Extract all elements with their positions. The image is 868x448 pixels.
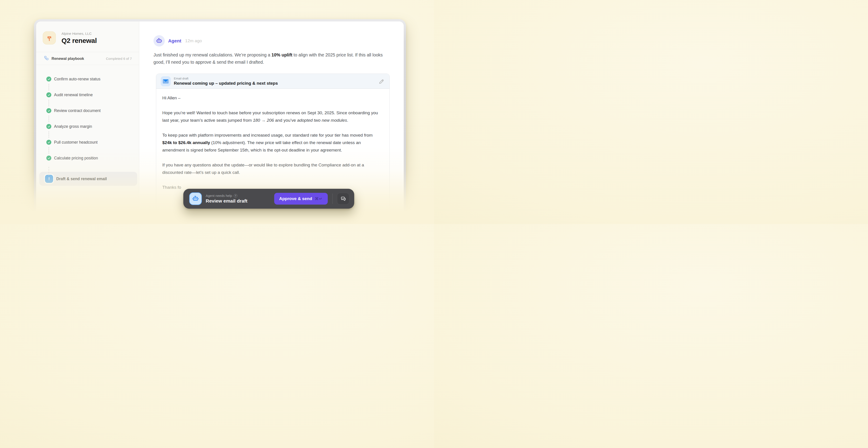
task-label: Audit renewal timeline: [54, 93, 93, 97]
agent-avatar: [153, 35, 165, 46]
message-timestamp: 12m ago: [185, 38, 202, 43]
bar-divider: [332, 194, 333, 204]
agent-message-text: Just finished up my renewal calculations…: [153, 51, 393, 66]
workflow-icon: [44, 56, 49, 61]
email-paragraph: If you have any questions about the upda…: [162, 161, 383, 176]
check-circle-icon: [46, 140, 51, 145]
playbook-header[interactable]: Renewal playbook Completed 6 of 7: [36, 52, 139, 65]
open-chat-button[interactable]: [337, 193, 349, 205]
playbook-progress: Completed 6 of 7: [106, 57, 132, 61]
check-circle-icon: [46, 76, 51, 81]
alert-icon: !: [45, 175, 53, 183]
task-item[interactable]: Analyze gross margin: [36, 118, 139, 134]
email-paragraph: To keep pace with platform improvements …: [162, 131, 383, 154]
email-subject: Renewal coming up – updated pricing & ne…: [174, 81, 278, 86]
sidebar: Alpine Homes, LLC Q2 renewal Renewal pla…: [36, 22, 139, 224]
task-item-active[interactable]: !Draft & send renewal email: [39, 172, 137, 186]
robot-icon: [189, 193, 202, 205]
approve-send-label: Approve & send: [279, 196, 312, 201]
task-item[interactable]: Audit renewal timeline: [36, 87, 139, 103]
task-label: Pull customer headcount: [54, 140, 98, 145]
pencil-icon: [378, 78, 384, 84]
agent-name: Agent: [168, 38, 181, 43]
desktop-background: Alpine Homes, LLC Q2 renewal Renewal pla…: [0, 0, 434, 224]
check-circle-icon: [46, 156, 51, 161]
task-label: Confirm auto-renew status: [54, 77, 100, 81]
workspace-titles: Alpine Homes, LLC Q2 renewal: [61, 32, 97, 44]
playbook-label: Renewal playbook: [52, 57, 84, 61]
edit-draft-button[interactable]: [377, 77, 385, 85]
action-title: Review email draft: [206, 198, 247, 204]
task-list: Confirm auto-renew statusAudit renewal t…: [36, 65, 139, 186]
keyboard-shortcut: ⌘↵: [315, 197, 323, 201]
help-circle-icon[interactable]: ?: [234, 194, 237, 198]
task-item[interactable]: Review contract document: [36, 103, 139, 118]
action-bar-texts: Agent needs help ? Review email draft: [206, 194, 247, 204]
email-paragraph: Hope you’re well! Wanted to touch base b…: [162, 109, 383, 124]
email-kind-label: Email draft: [174, 77, 278, 80]
agent-status: Agent needs help ?: [206, 194, 247, 198]
check-circle-icon: [46, 92, 51, 97]
email-paragraph: Hi Allen –: [162, 94, 383, 102]
task-item[interactable]: Confirm auto-renew status: [36, 71, 139, 87]
task-label: Review contract document: [54, 108, 101, 113]
agent-action-bar: Agent needs help ? Review email draft Ap…: [183, 189, 354, 209]
workspace-header: Alpine Homes, LLC Q2 renewal: [36, 22, 139, 52]
task-label: Analyze gross margin: [54, 124, 92, 129]
task-label: Draft & send renewal email: [56, 177, 107, 181]
task-label: Calculate pricing position: [54, 156, 98, 161]
task-item[interactable]: Pull customer headcount: [36, 134, 139, 150]
split-arrow-icon: [43, 31, 56, 44]
chat-bubbles-icon: [340, 196, 346, 202]
agent-status-label: Agent needs help: [206, 194, 232, 198]
task-item[interactable]: Calculate pricing position: [36, 150, 139, 166]
page-title: Q2 renewal: [61, 37, 97, 44]
check-circle-icon: [46, 108, 51, 113]
approve-send-button[interactable]: Approve & send ⌘↵: [274, 193, 328, 205]
agent-message-header: Agent 12m ago: [153, 35, 393, 46]
robot-icon: [156, 37, 162, 44]
check-circle-icon: [46, 124, 51, 129]
email-card-header: Email draft Renewal coming up – updated …: [156, 74, 390, 89]
company-name: Alpine Homes, LLC: [61, 32, 97, 36]
email-header-texts: Email draft Renewal coming up – updated …: [174, 77, 278, 86]
envelope-icon: [161, 76, 170, 86]
